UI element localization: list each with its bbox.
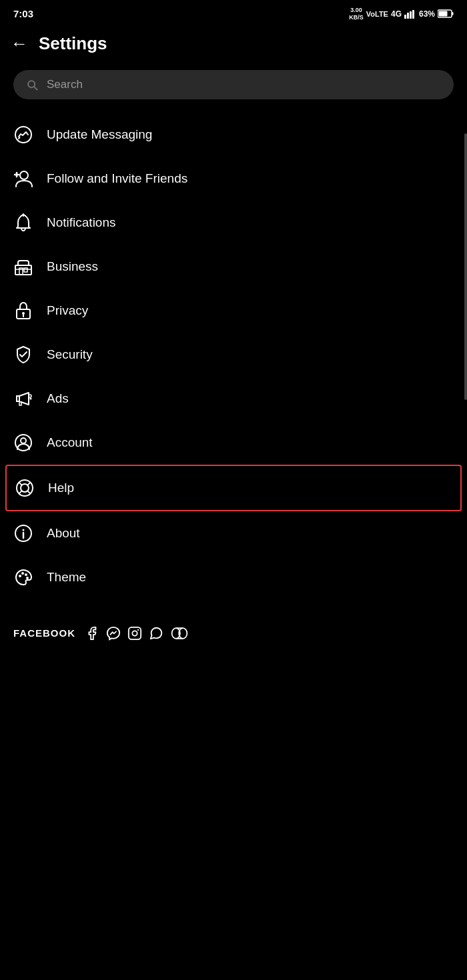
data-speed: 3.00KB/S — [349, 7, 364, 21]
security-label: Security — [47, 347, 93, 362]
page-title: Settings — [39, 33, 107, 54]
status-time: 7:03 — [13, 8, 33, 19]
battery-icon — [438, 9, 454, 18]
svg-point-33 — [21, 572, 24, 575]
bell-icon — [13, 213, 33, 233]
menu-item-security[interactable]: Security — [0, 333, 467, 377]
notifications-label: Notifications — [47, 215, 116, 230]
facebook-icon — [85, 626, 99, 641]
svg-point-22 — [21, 438, 26, 443]
instagram-icon — [127, 626, 142, 641]
volte-icon: VoLTE — [366, 10, 388, 18]
theme-label: Theme — [47, 570, 86, 585]
messenger-footer-icon — [106, 626, 121, 641]
svg-rect-14 — [24, 268, 27, 272]
privacy-label: Privacy — [47, 303, 88, 318]
svg-rect-6 — [439, 11, 448, 17]
update-messaging-label: Update Messaging — [47, 127, 152, 142]
shield-check-icon — [13, 345, 33, 365]
back-button[interactable]: ← — [11, 35, 28, 52]
svg-rect-0 — [404, 15, 406, 19]
svg-line-25 — [19, 482, 22, 485]
business-icon — [13, 257, 33, 277]
search-icon — [25, 78, 39, 91]
svg-point-19 — [29, 395, 31, 397]
ads-label: Ads — [47, 391, 69, 406]
svg-line-26 — [27, 482, 30, 485]
search-box[interactable]: Search — [13, 70, 454, 99]
menu-item-ads[interactable]: Ads — [0, 377, 467, 421]
menu-item-account[interactable]: Account — [0, 421, 467, 465]
footer: FACEBOOK — [0, 613, 467, 661]
lock-icon — [13, 301, 33, 321]
svg-rect-5 — [452, 12, 454, 15]
menu-item-update-messaging[interactable]: Update Messaging — [0, 113, 467, 157]
help-label: Help — [48, 481, 74, 495]
svg-point-34 — [25, 573, 27, 576]
svg-rect-1 — [407, 13, 409, 19]
svg-point-38 — [137, 629, 139, 630]
palette-icon — [13, 567, 33, 587]
svg-rect-3 — [412, 10, 414, 19]
menu-item-about[interactable]: About — [0, 511, 467, 555]
footer-social-icons — [85, 626, 189, 641]
account-label: Account — [47, 435, 93, 450]
4g-icon: 4G — [391, 9, 402, 19]
footer-brand: FACEBOOK — [13, 627, 75, 639]
menu-item-privacy[interactable]: Privacy — [0, 289, 467, 333]
svg-line-27 — [19, 491, 22, 493]
menu-item-theme[interactable]: Theme — [0, 555, 467, 599]
signal-bars-icon — [404, 9, 416, 19]
megaphone-icon — [13, 389, 33, 409]
svg-point-20 — [30, 397, 32, 399]
svg-point-32 — [19, 575, 21, 577]
whatsapp-icon — [149, 626, 163, 641]
lifebuoy-icon — [15, 478, 35, 498]
svg-point-8 — [20, 171, 28, 179]
meta-icon — [170, 626, 189, 641]
info-icon — [13, 523, 33, 543]
svg-point-37 — [132, 631, 137, 635]
menu-item-business[interactable]: Business — [0, 245, 467, 289]
svg-point-35 — [26, 577, 29, 579]
add-person-icon — [13, 169, 33, 189]
menu-item-notifications[interactable]: Notifications — [0, 201, 467, 245]
svg-point-30 — [23, 529, 25, 531]
account-icon — [13, 433, 33, 453]
about-label: About — [47, 526, 80, 541]
status-bar: 7:03 3.00KB/S VoLTE 4G 63% — [0, 0, 467, 25]
menu-item-follow-invite[interactable]: Follow and Invite Friends — [0, 157, 467, 201]
follow-invite-label: Follow and Invite Friends — [47, 171, 187, 186]
messenger-icon — [13, 125, 33, 145]
battery-percent: 63% — [419, 9, 435, 19]
search-container: Search — [0, 65, 467, 113]
header: ← Settings — [0, 25, 467, 65]
menu-list: Update Messaging Follow and Invite Frien… — [0, 113, 467, 613]
menu-item-help[interactable]: Help — [5, 465, 462, 511]
svg-rect-12 — [15, 265, 31, 275]
search-placeholder: Search — [47, 78, 83, 91]
business-label: Business — [47, 259, 98, 274]
status-icons: 3.00KB/S VoLTE 4G 63% — [349, 7, 454, 21]
svg-line-28 — [27, 491, 30, 493]
svg-rect-2 — [410, 11, 412, 19]
svg-rect-36 — [129, 627, 141, 639]
